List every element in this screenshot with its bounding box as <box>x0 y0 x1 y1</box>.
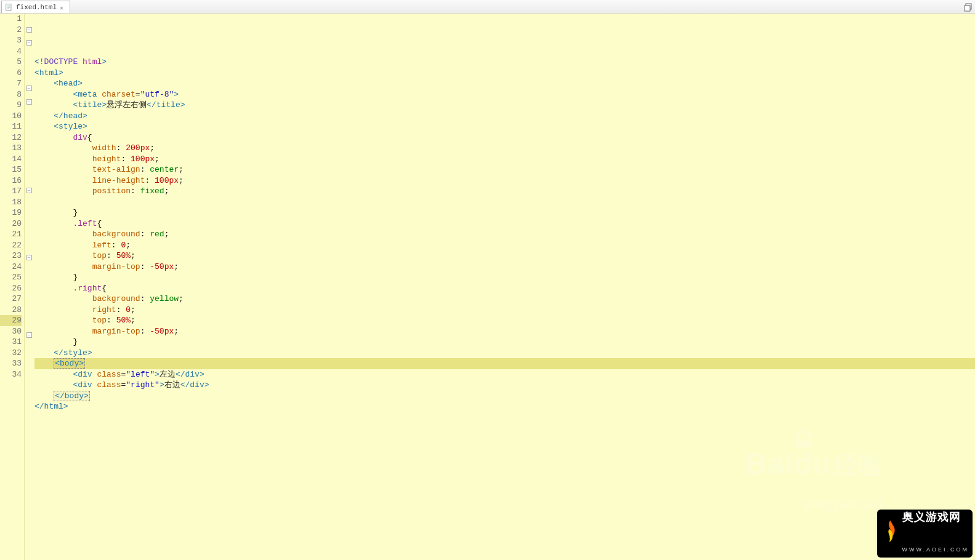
code-line[interactable]: margin-top: -50px; <box>34 326 975 337</box>
code-line[interactable]: <div class="right">右边</div> <box>34 380 975 391</box>
line-number: 32 <box>0 348 22 359</box>
line-number: 16 <box>0 175 22 186</box>
line-number: 28 <box>0 305 22 316</box>
code-line[interactable]: <div class="left">左边</div> <box>34 369 975 380</box>
line-number: 6 <box>0 68 22 79</box>
code-line[interactable]: background: red; <box>34 229 975 240</box>
line-number: 31 <box>0 337 22 348</box>
line-number: 25 <box>0 272 22 283</box>
line-number: 4 <box>0 46 22 57</box>
code-line[interactable]: } <box>34 272 975 283</box>
line-number: 9 <box>0 100 22 111</box>
tab-label: fixed.html <box>16 4 57 11</box>
code-line[interactable]: position: fixed; <box>34 186 975 197</box>
fold-toggle-icon[interactable]: − <box>26 255 32 260</box>
code-line[interactable] <box>34 412 975 423</box>
line-number-gutter: 1234567891011121314151617181920212223242… <box>0 14 25 560</box>
code-line[interactable]: <body> <box>34 358 975 369</box>
line-number: 26 <box>0 283 22 294</box>
line-number: 21 <box>0 229 22 240</box>
code-line[interactable]: <head> <box>34 78 975 89</box>
fold-toggle-icon[interactable]: − <box>26 99 32 105</box>
code-line[interactable] <box>34 197 975 208</box>
code-line[interactable]: <style> <box>34 121 975 132</box>
line-number: 27 <box>0 294 22 305</box>
fold-toggle-icon[interactable]: − <box>26 27 32 33</box>
code-line[interactable]: <title>悬浮左右侧</title> <box>34 100 975 111</box>
logo-text-en: WWW.AOEI.COM <box>902 545 969 556</box>
code-line[interactable]: </html> <box>34 401 975 412</box>
line-number: 18 <box>0 197 22 208</box>
code-line[interactable]: line-height: 100px; <box>34 175 975 186</box>
code-line[interactable]: div{ <box>34 132 975 143</box>
fold-column[interactable]: −−−−−−− <box>25 14 33 560</box>
line-number: 29 <box>0 315 22 326</box>
line-number: 11 <box>0 121 22 132</box>
code-line[interactable]: } <box>34 337 975 348</box>
svg-point-5 <box>795 432 800 438</box>
code-line[interactable]: .left{ <box>34 218 975 230</box>
code-line[interactable]: background: yellow; <box>34 294 975 305</box>
code-line[interactable]: height: 100px; <box>34 154 975 165</box>
code-line[interactable]: <meta charset="utf-8"> <box>34 89 975 100</box>
flame-icon <box>881 515 900 552</box>
line-number: 7 <box>0 78 22 89</box>
line-number: 22 <box>0 240 22 251</box>
watermark-text: du <box>794 447 831 480</box>
line-number: 10 <box>0 111 22 122</box>
svg-point-7 <box>807 432 812 438</box>
line-number: 1 <box>0 14 22 25</box>
code-line[interactable]: .right{ <box>34 283 975 294</box>
editor-area[interactable]: 1234567891011121314151617181920212223242… <box>0 14 975 560</box>
line-number: 23 <box>0 250 22 262</box>
line-number: 8 <box>0 89 22 100</box>
line-number: 15 <box>0 164 22 175</box>
line-number: 19 <box>0 207 22 218</box>
code-line[interactable]: left: 0; <box>34 240 975 251</box>
line-number: 2 <box>0 25 22 36</box>
baidu-watermark: Baidu 经验 jingyan.bai <box>746 437 883 530</box>
fold-toggle-icon[interactable]: − <box>26 40 32 46</box>
code-line[interactable]: <!DOCTYPE html> <box>34 57 975 68</box>
svg-rect-2 <box>965 6 970 11</box>
line-number: 14 <box>0 154 22 165</box>
code-line[interactable]: width: 200px; <box>34 143 975 154</box>
tab-fixed-html[interactable]: fixed.html ✕ <box>1 1 70 13</box>
logo-text-cn: 奥义游戏网 <box>902 512 969 523</box>
fold-toggle-icon[interactable]: − <box>26 332 32 338</box>
svg-point-3 <box>795 439 803 449</box>
code-line[interactable]: top: 50%; <box>34 250 975 262</box>
code-line[interactable]: <html> <box>34 68 975 79</box>
aoei-logo: 奥义游戏网 WWW.AOEI.COM <box>877 510 973 558</box>
code-line[interactable]: text-align: center; <box>34 164 975 175</box>
line-number: 12 <box>0 132 22 143</box>
restore-window-icon[interactable] <box>963 2 974 13</box>
svg-point-6 <box>801 430 806 436</box>
fold-toggle-icon[interactable]: − <box>26 86 32 91</box>
tab-bar: fixed.html ✕ <box>0 0 975 14</box>
watermark-subtext: jingyan.bai <box>746 498 883 510</box>
line-number: 5 <box>0 57 22 68</box>
svg-point-4 <box>804 439 811 449</box>
code-line[interactable]: </head> <box>34 111 975 122</box>
watermark-text: Bai <box>746 447 794 480</box>
line-number: 30 <box>0 326 22 337</box>
code-line[interactable]: </style> <box>34 348 975 359</box>
code-line[interactable]: right: 0; <box>34 305 975 316</box>
code-line[interactable]: margin-top: -50px; <box>34 262 975 273</box>
close-icon[interactable]: ✕ <box>60 4 66 10</box>
line-number: 24 <box>0 262 22 273</box>
code-content[interactable]: Baidu 经验 jingyan.bai 奥义游戏网 WWW.AOEI.COM … <box>33 14 975 560</box>
line-number: 13 <box>0 143 22 154</box>
fold-toggle-icon[interactable]: − <box>26 188 32 193</box>
code-line[interactable]: </body> <box>34 391 975 402</box>
line-number: 33 <box>0 358 22 369</box>
line-number: 17 <box>0 186 22 197</box>
html-file-icon <box>6 4 13 11</box>
code-line[interactable]: top: 50%; <box>34 315 975 326</box>
line-number: 3 <box>0 35 22 46</box>
code-line[interactable]: } <box>34 207 975 218</box>
line-number: 34 <box>0 369 22 380</box>
line-number: 20 <box>0 218 22 230</box>
watermark-text: 经验 <box>833 452 883 479</box>
